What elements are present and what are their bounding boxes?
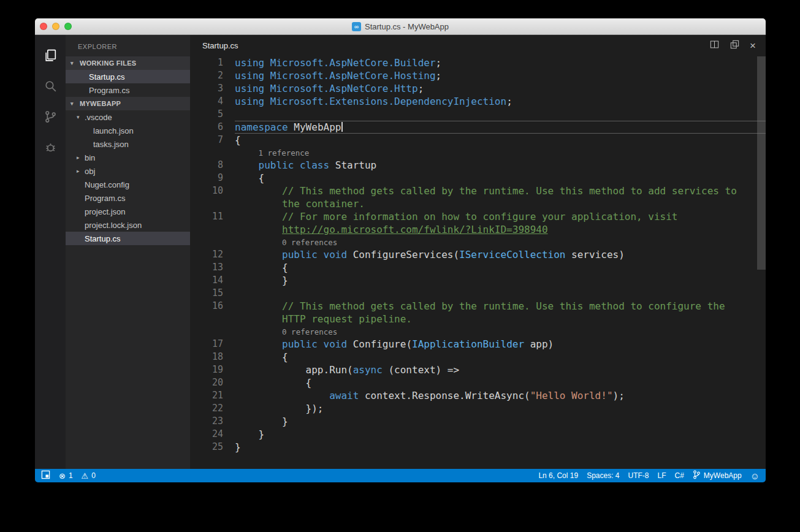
- warning-indicator[interactable]: ⚠ 0: [82, 471, 96, 480]
- line-number: 8: [190, 159, 235, 172]
- tree-item[interactable]: Startup.cs: [66, 232, 190, 245]
- code-line[interactable]: http://go.microsoft.com/fwlink/?LinkID=3…: [190, 223, 766, 236]
- activity-item-search[interactable]: [35, 72, 66, 102]
- chevron-down-icon: ▾: [70, 101, 77, 107]
- search-icon: [43, 78, 58, 96]
- code-line[interactable]: 19 app.Run(async (context) =>: [190, 363, 766, 376]
- line-number: [190, 146, 235, 159]
- macos-zoom-button[interactable]: [64, 23, 72, 30]
- line-number: 23: [190, 415, 235, 428]
- tree-item[interactable]: project.lock.json: [66, 218, 190, 232]
- status-encoding[interactable]: UTF-8: [628, 471, 649, 480]
- tree-item[interactable]: launch.json: [66, 124, 190, 137]
- warning-icon: ⚠: [82, 472, 89, 480]
- code-line[interactable]: 23 }: [190, 415, 766, 428]
- tree-item[interactable]: Program.cs: [66, 191, 190, 205]
- debug-icon: [43, 140, 58, 158]
- chevron-down-icon: ▾: [77, 114, 85, 120]
- code-line[interactable]: 2using Microsoft.AspNetCore.Hosting;: [190, 69, 766, 82]
- line-number: 22: [190, 402, 235, 415]
- code-line[interactable]: 22 });: [190, 402, 766, 415]
- tree-item[interactable]: Nuget.config: [66, 178, 190, 191]
- code-line[interactable]: HTTP request pipeline.: [190, 313, 766, 325]
- status-eol[interactable]: LF: [658, 471, 666, 480]
- code-line[interactable]: 18 {: [190, 351, 766, 363]
- tree-item[interactable]: ▸obj: [66, 164, 190, 178]
- preview-icon[interactable]: [730, 39, 740, 52]
- code-line[interactable]: 5: [190, 108, 766, 121]
- editor-scrollbar[interactable]: [757, 56, 766, 270]
- line-number: 14: [190, 274, 235, 287]
- codelens[interactable]: 1 reference: [190, 146, 766, 159]
- error-icon: ⊗: [59, 472, 66, 480]
- working-files-header[interactable]: ▾ WORKING FILES: [66, 56, 190, 70]
- code-line[interactable]: 6namespace MyWebApp: [190, 121, 766, 134]
- activity-item-explorer[interactable]: [35, 41, 66, 72]
- code-line[interactable]: 1using Microsoft.AspNetCore.Builder;: [190, 56, 766, 69]
- working-files-list: Startup.csProgram.cs: [66, 70, 190, 97]
- code-editor[interactable]: 1using Microsoft.AspNetCore.Builder;2usi…: [190, 56, 766, 469]
- code-line[interactable]: 9 {: [190, 172, 766, 184]
- explorer-title: EXPLORER: [66, 35, 190, 56]
- activity-item-debug[interactable]: [35, 133, 66, 164]
- code-line[interactable]: 11 // For more information on how to con…: [190, 210, 766, 223]
- tree-item-label: Program.cs: [85, 194, 125, 203]
- tree-item[interactable]: ▾.vscode: [66, 110, 190, 124]
- codelens[interactable]: 0 references: [190, 325, 766, 338]
- code-line[interactable]: 21 await context.Response.WriteAsync("He…: [190, 389, 766, 402]
- code-line[interactable]: the container.: [190, 197, 766, 210]
- line-number: 6: [190, 121, 235, 134]
- macos-close-button[interactable]: [40, 23, 47, 30]
- line-number: 19: [190, 363, 235, 376]
- code-line[interactable]: 8 public class Startup: [190, 159, 766, 172]
- tree-item[interactable]: tasks.json: [66, 137, 190, 151]
- text-cursor: [341, 122, 343, 132]
- vscode-window: ∞ Startup.cs - MyWebApp: [35, 18, 766, 482]
- project-section-header[interactable]: ▾ MYWEBAPP: [66, 97, 190, 110]
- working-file-item[interactable]: Startup.cs: [66, 70, 190, 83]
- macos-minimize-button[interactable]: [52, 23, 59, 30]
- line-number: 18: [190, 351, 235, 363]
- tree-item[interactable]: ▸bin: [66, 151, 190, 164]
- split-editor-icon[interactable]: [709, 39, 720, 52]
- editor-group: Startup.cs × 1using Microsoft.AspNetCore…: [190, 35, 766, 469]
- code-rows: 1using Microsoft.AspNetCore.Builder;2usi…: [190, 56, 766, 454]
- status-indentation[interactable]: Spaces: 4: [587, 471, 619, 480]
- code-line[interactable]: 17 public void Configure(IApplicationBui…: [190, 338, 766, 351]
- chevron-down-icon: ▾: [70, 60, 77, 66]
- code-line[interactable]: 10 // This method gets called by the run…: [190, 184, 766, 197]
- vscode-icon: ∞: [352, 22, 361, 31]
- tree-item-label: project.lock.json: [85, 221, 142, 230]
- code-line[interactable]: 13 {: [190, 261, 766, 274]
- line-number: 12: [190, 248, 235, 261]
- activity-item-git[interactable]: [35, 102, 66, 133]
- code-line[interactable]: 15: [190, 287, 766, 300]
- editor-tab-bar: Startup.cs ×: [190, 35, 766, 56]
- tree-item[interactable]: project.json: [66, 205, 190, 218]
- working-file-item[interactable]: Program.cs: [66, 83, 190, 97]
- layout-icon[interactable]: [41, 470, 50, 481]
- code-line[interactable]: 12 public void ConfigureServices(IServic…: [190, 248, 766, 261]
- code-line[interactable]: 3using Microsoft.AspNetCore.Http;: [190, 82, 766, 95]
- code-line[interactable]: 16 // This method gets called by the run…: [190, 300, 766, 313]
- code-line[interactable]: 14 }: [190, 274, 766, 287]
- status-language-mode[interactable]: C#: [675, 471, 684, 480]
- tab-startup-cs[interactable]: Startup.cs: [202, 41, 238, 50]
- line-number: 21: [190, 389, 235, 402]
- status-cursor-position[interactable]: Ln 6, Col 19: [538, 471, 578, 480]
- error-indicator[interactable]: ⊗ 1: [59, 471, 73, 480]
- codelens[interactable]: 0 references: [190, 236, 766, 248]
- line-number: 16: [190, 300, 235, 313]
- line-number: 25: [190, 441, 235, 454]
- code-line[interactable]: 7{: [190, 134, 766, 146]
- code-line[interactable]: 25}: [190, 441, 766, 454]
- close-icon[interactable]: ×: [750, 40, 756, 51]
- code-line[interactable]: 20 {: [190, 376, 766, 389]
- tree-item-label: launch.json: [93, 126, 134, 135]
- code-line[interactable]: 4using Microsoft.Extensions.DependencyIn…: [190, 95, 766, 108]
- feedback-smiley-icon[interactable]: ☺: [750, 471, 760, 481]
- files-icon: [43, 48, 58, 66]
- title-bar[interactable]: ∞ Startup.cs - MyWebApp: [35, 18, 766, 35]
- code-line[interactable]: 24 }: [190, 428, 766, 441]
- status-git-branch[interactable]: MyWebApp: [693, 470, 742, 481]
